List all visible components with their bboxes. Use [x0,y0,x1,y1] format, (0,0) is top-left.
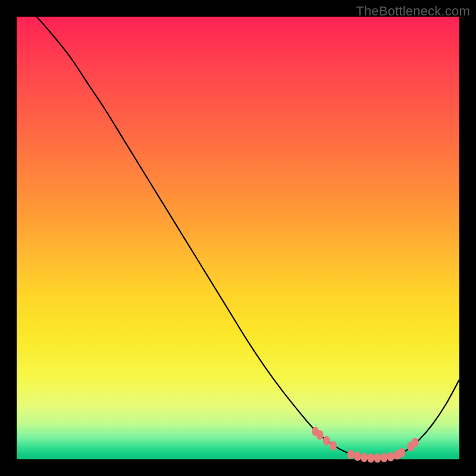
curve-marker [374,453,381,463]
plot-area [17,17,459,459]
curve-marker [367,453,374,463]
curve-marker [398,448,405,458]
curve-marker [387,452,394,462]
bottleneck-curve [17,0,459,458]
curve-marker [347,450,355,459]
curve-marker [330,441,337,450]
curve-marker [412,438,419,447]
chart-svg [17,17,459,459]
curve-marker [323,436,330,446]
curve-marker [361,453,368,462]
chart-frame: TheBottleneck.com [0,0,476,476]
watermark-text: TheBottleneck.com [356,4,470,19]
curve-marker [317,430,324,440]
curve-markers [312,427,418,463]
curve-marker [354,452,361,461]
curve-marker [381,453,388,462]
